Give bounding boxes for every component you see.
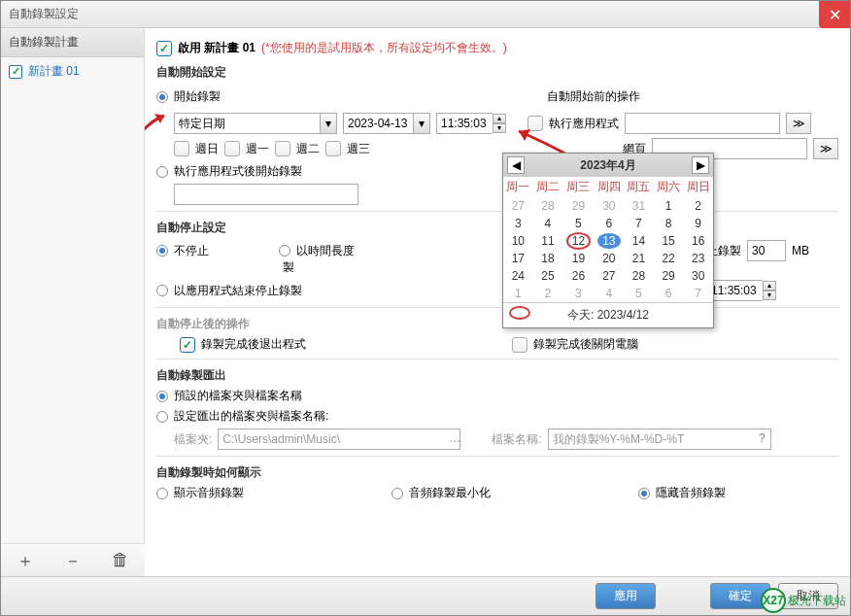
name-help-icon[interactable]: ? <box>759 431 766 445</box>
cal-next[interactable]: ▶ <box>692 156 709 174</box>
cal-day[interactable]: 28 <box>624 267 654 285</box>
apply-button[interactable]: 應用 <box>596 583 656 609</box>
close-button[interactable]: ✕ <box>819 1 850 28</box>
cal-day[interactable]: 9 <box>683 215 713 232</box>
day-wed[interactable] <box>325 141 341 156</box>
cal-day[interactable]: 20 <box>595 250 625 267</box>
run-app-input[interactable] <box>625 113 780 134</box>
cal-day[interactable]: 24 <box>503 267 533 285</box>
name-input[interactable] <box>548 428 771 450</box>
cal-day[interactable]: 12 <box>562 232 594 250</box>
enable-checkbox[interactable] <box>156 41 172 56</box>
hide-radio[interactable] <box>638 488 650 499</box>
cal-day[interactable]: 27 <box>503 197 533 215</box>
autostop-title: 自動停止設定 <box>156 220 838 236</box>
cal-weekday: 周二 <box>533 177 563 197</box>
cancel-button[interactable]: 取消 <box>778 583 838 609</box>
date-type-combo[interactable]: ▾ <box>174 113 337 134</box>
day-mon[interactable] <box>224 141 240 156</box>
stop-time-combo[interactable]: ▴▾ <box>706 280 776 301</box>
cal-day[interactable]: 6 <box>654 285 684 302</box>
cal-day[interactable]: 7 <box>624 215 654 232</box>
cal-day[interactable]: 2 <box>683 197 713 215</box>
cal-day[interactable]: 27 <box>595 267 625 285</box>
cal-day[interactable]: 2 <box>533 285 563 302</box>
cal-day[interactable]: 8 <box>654 215 684 232</box>
start-record-radio[interactable] <box>156 91 168 103</box>
name-label: 檔案名稱: <box>492 431 541 448</box>
run-app-checkbox[interactable] <box>528 116 543 131</box>
stop-time-spin[interactable]: ▴▾ <box>763 281 776 300</box>
never-stop-radio[interactable] <box>156 245 168 257</box>
cal-day[interactable]: 25 <box>533 267 563 285</box>
by-dur-radio[interactable] <box>279 245 290 257</box>
cal-day[interactable]: 5 <box>624 285 654 302</box>
after-app-input[interactable] <box>174 184 358 205</box>
export-title: 自動錄製匯出 <box>156 367 838 384</box>
cal-day[interactable]: 13 <box>595 232 625 250</box>
time-input[interactable] <box>436 113 493 134</box>
cal-day[interactable]: 29 <box>654 267 684 285</box>
date-combo[interactable]: ▾ <box>343 113 430 134</box>
time-combo[interactable]: ▴▾ <box>436 113 506 134</box>
cal-day[interactable]: 19 <box>562 250 594 267</box>
date-type-input[interactable] <box>174 113 320 134</box>
cal-day[interactable]: 18 <box>533 250 563 267</box>
folder-browse[interactable]: … <box>449 431 460 445</box>
cal-prev[interactable]: ◀ <box>507 156 525 174</box>
never-stop-label: 不停止 <box>174 243 209 259</box>
cal-day[interactable]: 30 <box>683 267 713 285</box>
date-drop[interactable]: ▾ <box>413 113 430 134</box>
sidebar-item-label: 新計畫 01 <box>28 63 80 80</box>
cal-day[interactable]: 17 <box>503 250 533 267</box>
cal-day[interactable]: 30 <box>595 197 625 215</box>
stop-time-input[interactable] <box>706 280 763 301</box>
cal-day[interactable]: 4 <box>533 215 563 232</box>
show-radio[interactable] <box>156 488 168 499</box>
day-sun[interactable] <box>174 141 189 156</box>
cal-day[interactable]: 1 <box>654 197 684 215</box>
date-type-drop[interactable]: ▾ <box>320 113 337 134</box>
cal-day[interactable]: 26 <box>562 267 594 285</box>
by-app-radio[interactable] <box>156 285 168 296</box>
cal-day[interactable]: 3 <box>562 285 594 302</box>
day-tue[interactable] <box>275 141 290 156</box>
cal-day[interactable]: 16 <box>683 232 713 250</box>
after-app-radio[interactable] <box>156 166 168 178</box>
cal-day[interactable]: 22 <box>654 250 684 267</box>
run-app-browse[interactable]: ≫ <box>786 113 811 134</box>
cal-day[interactable]: 28 <box>533 197 563 215</box>
min-radio[interactable] <box>391 488 403 499</box>
cal-day[interactable]: 31 <box>624 197 654 215</box>
ok-button[interactable]: 確定 <box>710 583 770 609</box>
calendar-footer[interactable]: 今天: 2023/4/12 <box>503 302 713 327</box>
cal-day[interactable]: 14 <box>624 232 654 250</box>
cal-day[interactable]: 5 <box>562 215 594 232</box>
remove-plan-button[interactable]: － <box>64 549 82 572</box>
quit-after-checkbox[interactable] <box>180 337 195 353</box>
delete-plan-button[interactable]: 🗑 <box>112 550 129 570</box>
shutdown-checkbox[interactable] <box>512 337 528 353</box>
size-unit: MB <box>792 244 809 257</box>
cal-day[interactable]: 11 <box>533 232 563 250</box>
cal-day[interactable]: 1 <box>503 285 533 302</box>
date-input[interactable] <box>343 113 413 134</box>
cal-day[interactable]: 7 <box>683 285 713 302</box>
cal-day[interactable]: 10 <box>503 232 533 250</box>
sidebar-item-plan[interactable]: 新計畫 01 <box>1 57 144 86</box>
cal-day[interactable]: 29 <box>562 197 594 215</box>
cal-day[interactable]: 21 <box>624 250 654 267</box>
open-web-go[interactable]: ≫ <box>813 138 838 159</box>
cal-day[interactable]: 4 <box>595 285 625 302</box>
cal-day[interactable]: 6 <box>595 215 625 232</box>
add-plan-button[interactable]: ＋ <box>17 549 34 572</box>
time-spin[interactable]: ▴▾ <box>493 114 506 133</box>
custom-path-radio[interactable] <box>156 411 168 423</box>
default-path-radio[interactable] <box>156 391 168 402</box>
folder-input[interactable] <box>218 428 460 450</box>
size-input[interactable] <box>747 240 786 261</box>
cal-day[interactable]: 3 <box>503 215 533 232</box>
cal-day[interactable]: 23 <box>683 250 713 267</box>
pre-op-title: 自動開始前的操作 <box>547 88 838 105</box>
cal-day[interactable]: 15 <box>654 232 684 250</box>
